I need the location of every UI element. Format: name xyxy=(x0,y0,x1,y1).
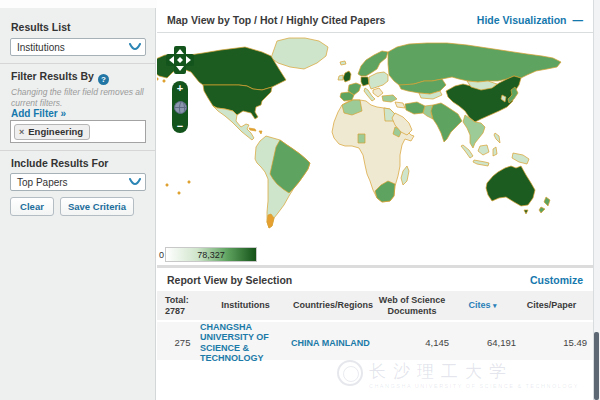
report-table-header: Total: 2787 Institutions Countries/Regio… xyxy=(157,291,593,320)
institution-link[interactable]: CHANGSHA UNIVERSITY OF SCIENCE & TECHNOL… xyxy=(200,322,291,363)
seal-icon xyxy=(337,360,363,386)
scrollbar-thumb[interactable] xyxy=(594,332,599,400)
results-list-value: Institutions xyxy=(17,42,65,53)
filter-results-label: Filter Results By? xyxy=(11,70,109,85)
legend-min-value: 0 xyxy=(159,250,164,260)
main-content: Map View by Top / Hot / Highly Cited Pap… xyxy=(157,0,593,400)
column-countries[interactable]: Countries/Regions xyxy=(291,300,375,311)
clear-button[interactable]: Clear xyxy=(10,197,54,216)
filter-results-text: Filter Results By xyxy=(11,70,94,82)
watermark-english-text: CHANGSHA UNIVERSITY OF SCIENCE & TECHNOL… xyxy=(369,383,579,389)
collapse-icon: — xyxy=(573,14,584,26)
filter-field[interactable]: × Engineering xyxy=(10,120,146,143)
watermark-chinese-text: 长沙理工大学 xyxy=(369,360,579,383)
chevron-down-icon xyxy=(129,43,141,51)
column-documents[interactable]: Web of Science Documents xyxy=(375,295,449,317)
chevron-down-icon xyxy=(129,178,141,186)
world-map-choropleth[interactable] xyxy=(157,35,567,242)
help-icon[interactable]: ? xyxy=(98,74,109,85)
row-cites-per-paper: 15.49 xyxy=(516,337,587,348)
report-view-header: Report View by Selection Customize xyxy=(157,268,593,291)
sidebar-divider xyxy=(0,150,156,151)
filter-tag-label: Engineering xyxy=(28,126,83,137)
esi-map-view-page: Results List Institutions Filter Results… xyxy=(0,0,600,400)
results-list-label: Results List xyxy=(11,21,71,33)
include-results-value: Top Papers xyxy=(17,177,68,188)
map-panel-title: Map View by Top / Hot / Highly Cited Pap… xyxy=(167,14,385,26)
results-list-select[interactable]: Institutions xyxy=(10,38,146,56)
include-results-select[interactable]: Top Papers xyxy=(10,173,146,191)
university-watermark: 长沙理工大学 CHANGSHA UNIVERSITY OF SCIENCE & … xyxy=(337,360,579,389)
column-total: Total: 2787 xyxy=(165,295,200,317)
cites-label: Cites xyxy=(468,300,490,310)
globe-reset-icon[interactable] xyxy=(174,101,187,114)
map-countries xyxy=(157,38,561,228)
vertical-scrollbar[interactable] xyxy=(593,0,600,400)
row-documents: 4,145 xyxy=(375,337,449,348)
row-cites: 64,191 xyxy=(449,337,516,348)
add-filter-link[interactable]: Add Filter » xyxy=(11,108,66,119)
table-row: 275 CHANGSHA UNIVERSITY OF SCIENCE & TEC… xyxy=(157,322,593,360)
save-criteria-button[interactable]: Save Criteria xyxy=(60,197,134,216)
country-link[interactable]: CHINA MAINLAND xyxy=(291,338,375,348)
map-pan-control[interactable] xyxy=(165,45,195,75)
total-label: Total: xyxy=(165,295,200,306)
report-view-title: Report View by Selection xyxy=(167,274,292,286)
map-region: + − 0 78,327 xyxy=(157,33,593,265)
customize-link[interactable]: Customize xyxy=(530,274,583,286)
total-value: 2787 xyxy=(165,306,200,317)
sidebar-divider xyxy=(0,63,156,64)
map-panel-header: Map View by Top / Hot / Highly Cited Pap… xyxy=(157,8,593,33)
column-cites-per-paper[interactable]: Cites/Paper xyxy=(516,300,587,311)
filter-sidebar: Results List Institutions Filter Results… xyxy=(0,8,156,400)
legend-gradient-bar: 78,327 xyxy=(165,247,257,262)
hide-visualization-text: Hide Visualization xyxy=(477,14,567,26)
zoom-in-button[interactable]: + xyxy=(172,82,188,94)
sort-descending-icon: ▾ xyxy=(493,302,497,309)
column-institutions[interactable]: Institutions xyxy=(200,300,291,311)
legend-max-value: 78,327 xyxy=(197,250,225,260)
include-results-label: Include Results For xyxy=(11,157,108,169)
row-count: 275 xyxy=(165,337,200,348)
zoom-out-button[interactable]: − xyxy=(172,120,188,132)
map-zoom-control: + − xyxy=(172,81,188,133)
remove-filter-icon[interactable]: × xyxy=(19,127,24,137)
map-color-legend: 0 78,327 xyxy=(159,247,257,262)
hide-visualization-link[interactable]: Hide Visualization — xyxy=(477,14,583,26)
filter-tag-engineering: × Engineering xyxy=(14,124,90,140)
column-cites-sorted[interactable]: Cites ▾ xyxy=(449,300,516,311)
filter-note: Changing the filter field removes all cu… xyxy=(11,87,145,109)
